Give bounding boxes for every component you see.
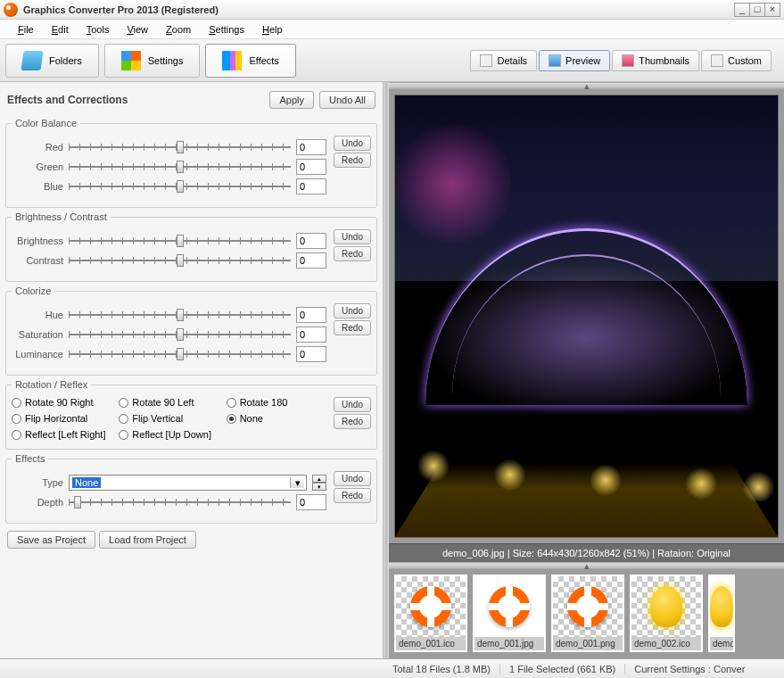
undo-color-button[interactable]: Undo <box>334 136 371 151</box>
thumbnail-strip: demo_001.ico demo_001.jpg demo_001.png d… <box>389 569 784 658</box>
redo-effects-button[interactable]: Redo <box>334 488 371 503</box>
slider-contrast[interactable] <box>69 252 291 269</box>
folder-icon <box>21 51 43 70</box>
maximize-button[interactable]: □ <box>749 3 765 17</box>
group-color-balance: Color Balance Red Green Blue UndoRedo <box>5 118 377 208</box>
slider-depth[interactable] <box>69 494 291 510</box>
input-depth[interactable] <box>296 494 326 510</box>
input-hue[interactable] <box>296 307 326 323</box>
effects-icon <box>222 51 242 70</box>
label-type: Type <box>12 477 63 488</box>
label-red: Red <box>12 142 63 153</box>
menu-view[interactable]: View <box>118 21 157 37</box>
load-project-button[interactable]: Load from Project <box>99 531 196 549</box>
thumb-item[interactable]: demo_001.png <box>551 575 624 652</box>
thumb-item[interactable]: demo_002.ico <box>630 575 703 652</box>
thumb-item[interactable]: demo_001.ico <box>394 575 467 652</box>
details-icon <box>480 54 492 67</box>
input-luminance[interactable] <box>296 346 326 362</box>
input-saturation[interactable] <box>296 327 326 343</box>
input-green[interactable] <box>296 159 326 175</box>
label-depth: Depth <box>12 497 63 508</box>
rtab-thumbnails[interactable]: Thumbnails <box>612 50 699 71</box>
group-colorize: Colorize Hue Saturation Luminance UndoRe… <box>5 285 377 376</box>
redo-bc-button[interactable]: Redo <box>334 246 371 261</box>
tab-effects[interactable]: Effects <box>205 44 295 78</box>
preview-pane: ▴ demo_006.jpg | Size: 644x430/1260x842 … <box>389 82 784 658</box>
app-icon <box>4 3 18 17</box>
menu-tools[interactable]: Tools <box>78 21 119 37</box>
preview-image[interactable] <box>394 95 779 538</box>
undo-bc-button[interactable]: Undo <box>334 229 371 244</box>
radio-rotate-90-left[interactable]: Rotate 90 Left <box>119 397 219 408</box>
input-blue[interactable] <box>296 178 326 194</box>
input-brightness[interactable] <box>296 233 326 249</box>
redo-colorize-button[interactable]: Redo <box>334 320 371 335</box>
menu-file[interactable]: File <box>9 21 43 37</box>
radio-flip-horizontal[interactable]: Flip Horizontal <box>12 413 111 424</box>
thumb-item[interactable]: demo_001.jpg <box>473 575 546 652</box>
slider-brightness[interactable] <box>69 233 291 249</box>
group-effects: Effects Type None▾ ▴▾ Depth UndoRedo <box>5 453 377 524</box>
slider-blue[interactable] <box>69 178 291 194</box>
stepper-effect[interactable]: ▴▾ <box>312 475 326 491</box>
rtab-details[interactable]: Details <box>470 50 537 71</box>
tab-folders[interactable]: Folders <box>5 44 99 78</box>
radio-none[interactable]: None <box>227 413 326 424</box>
chevron-down-icon: ▾ <box>290 477 304 488</box>
radio-rotate-180[interactable]: Rotate 180 <box>227 397 326 408</box>
radio-reflect-lr[interactable]: Reflect [Left Right] <box>12 429 111 440</box>
select-effect-type[interactable]: None▾ <box>69 475 307 491</box>
menu-zoom[interactable]: Zoom <box>157 21 200 37</box>
group-rotation-reflex: Rotation / Reflex Rotate 90 Right Rotate… <box>5 379 377 450</box>
redo-rotation-button[interactable]: Redo <box>334 414 371 429</box>
undo-effects-button[interactable]: Undo <box>334 471 371 486</box>
label-green: Green <box>12 161 63 172</box>
label-saturation: Saturation <box>12 329 63 340</box>
menu-help[interactable]: Help <box>253 21 292 37</box>
custom-icon <box>711 54 723 67</box>
slider-hue[interactable] <box>69 307 291 323</box>
radio-reflect-ud[interactable]: Reflect [Up Down] <box>119 429 219 440</box>
rtab-preview[interactable]: Preview <box>539 50 610 71</box>
main-toolbar: Folders Settings Effects Details Preview… <box>0 39 784 82</box>
window-title: Graphics Converter Pro 2013 (Registered) <box>23 4 219 15</box>
slider-luminance[interactable] <box>69 346 291 362</box>
slider-green[interactable] <box>69 159 291 175</box>
status-bar: Total 18 Files (1.8 MB) 1 File Selected … <box>0 658 784 678</box>
settings-icon <box>121 51 141 70</box>
status-selected: 1 File Selected (661 KB) <box>500 664 625 674</box>
preview-caption: demo_006.jpg | Size: 644x430/1260x842 (5… <box>389 543 784 562</box>
undo-colorize-button[interactable]: Undo <box>334 303 371 318</box>
save-project-button[interactable]: Save as Project <box>7 531 95 549</box>
label-blue: Blue <box>12 181 63 192</box>
apply-button[interactable]: Apply <box>269 91 314 109</box>
label-luminance: Luminance <box>12 349 63 360</box>
menu-settings[interactable]: Settings <box>200 21 253 37</box>
status-total: Total 18 Files (1.8 MB) <box>384 664 500 674</box>
expander-mid[interactable]: ▴ <box>389 562 784 569</box>
thumbnails-icon <box>622 54 634 67</box>
menu-edit[interactable]: Edit <box>43 21 78 37</box>
redo-color-button[interactable]: Redo <box>334 153 371 168</box>
radio-flip-vertical[interactable]: Flip Vertical <box>119 413 219 424</box>
slider-saturation[interactable] <box>69 327 291 343</box>
rtab-custom[interactable]: Custom <box>701 50 772 71</box>
slider-red[interactable] <box>69 139 291 155</box>
minimize-button[interactable]: _ <box>734 3 750 17</box>
expander-top[interactable]: ▴ <box>389 82 784 89</box>
title-bar: Graphics Converter Pro 2013 (Registered)… <box>0 0 784 20</box>
input-contrast[interactable] <box>296 252 326 269</box>
tab-settings[interactable]: Settings <box>104 44 201 78</box>
preview-icon <box>549 54 561 67</box>
close-button[interactable]: × <box>764 3 780 17</box>
undo-rotation-button[interactable]: Undo <box>334 397 371 412</box>
label-contrast: Contrast <box>12 255 63 266</box>
undo-all-button[interactable]: Undo All <box>319 91 375 109</box>
status-settings: Current Settings : Conver <box>625 664 754 674</box>
thumb-item[interactable]: demo_ <box>708 575 735 652</box>
label-brightness: Brightness <box>12 236 63 246</box>
label-hue: Hue <box>12 310 63 320</box>
radio-rotate-90-right[interactable]: Rotate 90 Right <box>12 397 111 408</box>
input-red[interactable] <box>296 139 326 155</box>
